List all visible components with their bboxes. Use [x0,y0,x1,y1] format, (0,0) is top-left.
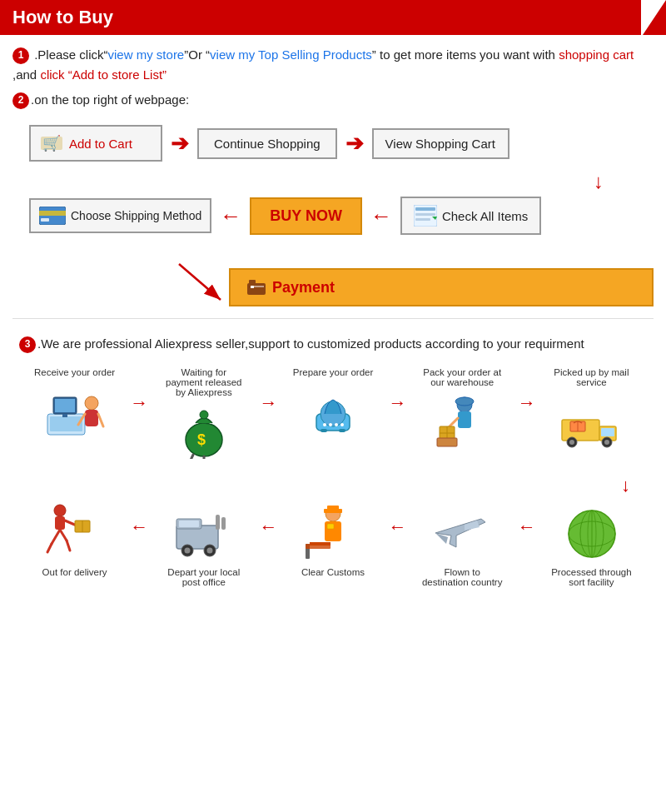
down-arrow2: ↓ [621,475,630,496]
delivery-label: Out for delivery [42,567,107,577]
flow-row1: 🛒 Add to Cart ➔ Continue Shopping ➔ View… [29,125,654,162]
depart-icon [171,500,237,562]
pack-icon [429,391,495,453]
view-cart-label: View Shopping Cart [385,137,495,151]
buy-now-label: BUY NOW [270,207,342,224]
svg-rect-4 [41,218,49,222]
svg-line-41 [450,418,458,426]
payment-button-wrapper: Payment [229,268,654,306]
step1-paragraph: 1 .Please click“view my store”Or “view m… [12,45,654,85]
svg-rect-45 [437,438,457,446]
flow-row2: Choose Shipping Method ← BUY NOW ← [29,197,654,235]
svg-rect-48 [601,428,614,436]
credit-card-icon [39,207,66,225]
svg-line-28 [187,455,193,459]
svg-line-11 [179,264,221,300]
arrow-down: ↓ [594,170,604,193]
svg-rect-40 [458,411,471,428]
arrow4: ← [370,203,392,229]
order-step-receive: Receive your order [19,367,130,448]
payment-button[interactable]: Payment [229,268,654,306]
svg-rect-75 [327,506,339,511]
svg-rect-19 [55,399,75,412]
flow-arrow3: → [389,367,407,414]
order-step-delivery: Out for delivery [19,500,130,577]
flow-arrow7: ← [389,500,407,538]
svg-rect-36 [321,429,327,432]
svg-point-26 [200,411,208,419]
step3-section: 3.We are professional Aliexpress seller,… [12,334,654,587]
step1-text3: ” to get more items you want with [372,47,559,62]
down-arrow-container: ↓ [29,170,654,193]
buy-now-button[interactable]: BUY NOW [250,197,362,235]
fly-label: Flown to destination country [420,567,504,587]
sort-icon [558,500,624,562]
svg-rect-37 [339,429,345,432]
step3-text: .We are professional Aliexpress seller,s… [37,336,584,351]
svg-rect-8 [415,218,430,221]
step2-circle: 2 [12,92,29,109]
step1-circle: 1 [12,47,29,64]
svg-point-34 [335,423,338,426]
view-cart-button[interactable]: View Shopping Cart [372,128,509,159]
add-to-cart-button[interactable]: 🛒 Add to Cart [29,125,162,162]
cart-icon: 🛒 [41,133,64,153]
svg-rect-6 [415,207,435,211]
add-to-cart-label: Add to Cart [69,137,132,151]
flow-diagram: 🛒 Add to Cart ➔ Continue Shopping ➔ View… [29,125,654,306]
svg-rect-14 [251,286,254,288]
order-flow-row2: Out for delivery ← [19,500,647,587]
order-step-prepare: Prepare your order [277,367,388,448]
row-down-arrow: ↓ [19,475,647,496]
payment-icon [246,278,267,296]
svg-rect-66 [179,521,199,527]
order-step-waiting: Waiting for payment released by Aliexpre… [148,367,259,468]
pack-label: Pack your order at our warehouse [420,367,504,387]
flow-arrow6: ← [259,500,277,538]
choose-shipping-label: Choose Shipping Method [71,209,201,222]
arrow2: ➔ [345,131,364,157]
svg-line-59 [47,544,52,552]
prepare-icon [300,381,366,443]
pickup-icon [558,391,624,453]
diagonal-arrow-svg [171,260,237,306]
svg-rect-12 [247,283,266,295]
svg-point-68 [185,547,191,553]
svg-point-70 [207,547,213,553]
svg-text:$: $ [197,431,206,448]
svg-rect-13 [249,280,256,285]
svg-line-58 [60,530,67,541]
step1-link2[interactable]: view my Top Selling Products [210,47,372,62]
choose-shipping-button[interactable]: Choose Shipping Method [29,198,211,233]
step3-paragraph: 3.We are professional Aliexpress seller,… [19,334,647,354]
continue-shopping-button[interactable]: Continue Shopping [197,128,337,159]
check-all-items-button[interactable]: Check All Items [400,197,541,235]
order-step-pickup: Picked up by mail service [536,367,647,458]
svg-rect-56 [55,516,65,530]
step1-red2: click “Add to store List” [40,67,166,82]
svg-line-24 [98,414,103,426]
step1-link1[interactable]: view my store [108,47,185,62]
svg-rect-22 [85,410,98,426]
depart-label: Depart your local post office [162,567,246,587]
svg-line-57 [52,530,60,544]
svg-rect-71 [216,515,220,530]
svg-point-32 [323,423,326,426]
customs-icon [300,500,366,562]
check-all-items-label: Check All Items [442,209,528,223]
flow-arrow1: → [130,367,148,414]
svg-point-35 [340,423,344,426]
order-step-pack: Pack your order at our warehouse [407,367,518,458]
svg-rect-7 [415,213,435,216]
payment-label: Payment [272,279,335,296]
receive-label: Receive your order [34,367,115,377]
page-title: How to Buy [12,7,113,28]
svg-rect-20 [62,414,67,417]
svg-point-21 [85,396,98,410]
step1-text1: .Please click“ [34,47,107,62]
customs-label: Clear Customs [301,567,365,577]
waiting-label: Waiting for payment released by Aliexpre… [162,367,246,397]
svg-line-60 [67,541,70,550]
order-step-customs: Clear Customs [277,500,388,577]
checklist-icon [414,205,437,227]
